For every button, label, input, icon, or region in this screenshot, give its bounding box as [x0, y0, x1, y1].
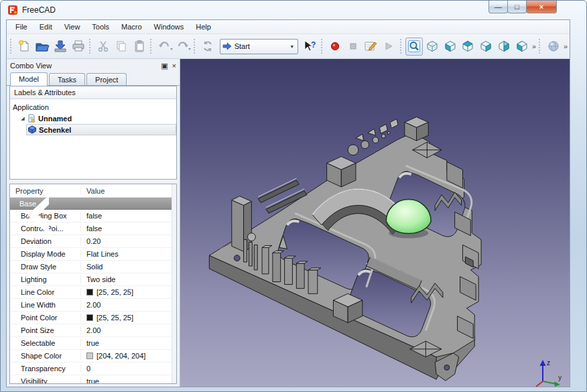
new-document-button[interactable]: [15, 38, 34, 56]
property-editor: Property Value Base Bounding Box false C…: [9, 184, 177, 384]
tree-item-label: Application: [13, 103, 49, 111]
workbench-selected-value: Start: [235, 42, 289, 50]
document-icon: [27, 114, 36, 123]
property-row[interactable]: Point Size 2.00: [10, 324, 176, 337]
property-label: Transparency: [10, 365, 81, 373]
menu-macro[interactable]: Macro: [115, 21, 148, 33]
front-view-button[interactable]: [441, 38, 459, 56]
print-button[interactable]: [69, 38, 87, 56]
tree-item-document[interactable]: ◢ Unnamed: [10, 113, 176, 124]
axonometric-view-icon: [426, 40, 439, 53]
toolbar-grip[interactable]: [194, 39, 197, 54]
toolbar-grip[interactable]: [10, 39, 13, 54]
view-toolbar-overflow-button[interactable]: »: [531, 42, 537, 50]
3d-viewport[interactable]: z y: [180, 59, 570, 387]
open-document-button[interactable]: [34, 38, 52, 56]
tree-item-schenkel[interactable]: Schenkel: [26, 124, 176, 135]
dock-titlebar[interactable]: Combo View ▣ ×: [7, 59, 180, 72]
minimize-button[interactable]: —: [488, 1, 508, 13]
refresh-icon: [201, 40, 214, 53]
freecad-logo-icon: [7, 5, 18, 15]
left-view-button[interactable]: [513, 38, 531, 56]
property-value: Two side: [86, 275, 115, 283]
property-row[interactable]: Transparency 0: [10, 363, 176, 375]
color-swatch: [86, 352, 93, 359]
toolbar-grip[interactable]: [321, 39, 324, 54]
copy-button[interactable]: [113, 38, 131, 56]
macro-edit-button[interactable]: [362, 38, 380, 56]
workbench-selector[interactable]: Start ▾: [220, 39, 298, 54]
web-toolbar-overflow-button[interactable]: »: [562, 42, 568, 50]
menu-view[interactable]: View: [58, 21, 86, 33]
whats-this-button[interactable]: ?: [301, 38, 319, 56]
cut-button[interactable]: [94, 38, 113, 56]
macro-edit-icon: [363, 40, 378, 53]
property-row[interactable]: Draw Style Solid: [10, 261, 176, 273]
macro-stop-button[interactable]: [344, 38, 362, 56]
property-row[interactable]: Deviation 0.20: [10, 235, 176, 248]
macro-play-button[interactable]: [380, 38, 398, 56]
fit-all-button[interactable]: [405, 38, 423, 56]
part-icon: [27, 125, 37, 134]
combo-dropdown-icon[interactable]: ▾: [289, 44, 296, 50]
dock-float-icon[interactable]: ▣: [161, 62, 168, 69]
minimize-icon: —: [495, 4, 502, 9]
property-row[interactable]: Visibility true: [10, 375, 176, 384]
property-label: Draw Style: [10, 263, 81, 271]
toolbar-grip[interactable]: [539, 39, 542, 54]
redo-icon: [175, 40, 191, 53]
maximize-button[interactable]: □: [507, 1, 527, 13]
paste-icon: [133, 40, 146, 53]
menu-windows[interactable]: Windows: [148, 21, 190, 33]
dock-close-icon[interactable]: ×: [172, 62, 176, 69]
web-browser-button[interactable]: [544, 38, 562, 56]
property-row[interactable]: Shape Color [204, 204, 204]: [10, 350, 176, 363]
undo-icon: [157, 40, 173, 53]
paste-button[interactable]: [131, 38, 149, 56]
undo-button[interactable]: [155, 38, 174, 56]
new-document-icon: [17, 40, 31, 53]
right-view-button[interactable]: [477, 38, 495, 56]
svg-text:?: ?: [311, 40, 316, 50]
property-label: Selectable: [10, 339, 81, 347]
open-document-icon: [35, 40, 50, 53]
property-row[interactable]: Line Width 2.00: [10, 299, 176, 312]
client-area: File Edit View Tools Macro Windows Help: [6, 19, 570, 387]
menu-help[interactable]: Help: [190, 21, 217, 33]
axis-indicator: z y: [531, 356, 566, 387]
tree-item-application[interactable]: Application: [10, 101, 176, 113]
property-row[interactable]: Line Color [25, 25, 25]: [10, 286, 176, 299]
tab-model[interactable]: Model: [10, 72, 48, 86]
tab-tasks[interactable]: Tasks: [49, 73, 85, 86]
freecad-window: FreeCAD — □ × File Edit View Tools Macro…: [0, 0, 587, 392]
toolbar-grip[interactable]: [150, 39, 153, 54]
menu-file[interactable]: File: [9, 21, 34, 33]
top-view-button[interactable]: [459, 38, 477, 56]
tab-project[interactable]: Project: [86, 73, 127, 86]
refresh-button[interactable]: [199, 38, 217, 56]
left-view-icon: [515, 40, 529, 53]
tree-expander-icon[interactable]: ◢: [19, 116, 26, 121]
axonometric-view-button[interactable]: [423, 38, 441, 56]
property-row[interactable]: Point Color [25, 25, 25]: [10, 312, 176, 324]
rear-view-button[interactable]: [495, 38, 513, 56]
toolbar-grip[interactable]: [89, 39, 92, 54]
property-value: Solid: [86, 263, 103, 271]
property-row[interactable]: Display Mode Flat Lines: [10, 248, 176, 261]
property-value: true: [86, 377, 99, 384]
save-document-button[interactable]: [52, 38, 70, 56]
macro-stop-icon: [347, 40, 359, 52]
property-scrollbar[interactable]: [172, 184, 176, 383]
rear-view-icon: [497, 40, 511, 53]
close-button[interactable]: ×: [526, 1, 557, 13]
redo-button[interactable]: [174, 38, 192, 56]
copy-icon: [115, 40, 128, 53]
property-row[interactable]: Selectable true: [10, 337, 176, 350]
property-value: 2.00: [86, 301, 101, 309]
menu-edit[interactable]: Edit: [34, 21, 58, 33]
property-row[interactable]: Lighting Two side: [10, 273, 176, 286]
titlebar: FreeCAD — □ ×: [1, 1, 586, 19]
toolbar-grip[interactable]: [400, 39, 403, 54]
macro-record-button[interactable]: [326, 38, 344, 56]
menu-tools[interactable]: Tools: [86, 21, 115, 33]
